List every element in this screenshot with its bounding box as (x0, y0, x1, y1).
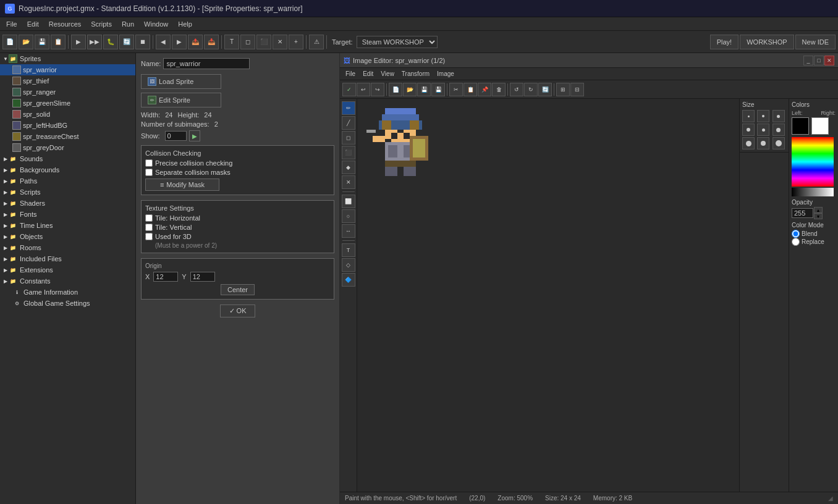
sidebar-group-objects[interactable]: ▶ 📁 Objects (0, 231, 135, 242)
play-button[interactable]: Play! (710, 35, 739, 49)
right-color-swatch[interactable] (811, 117, 829, 135)
menu-edit[interactable]: Edit (23, 19, 43, 29)
sidebar-group-rooms[interactable]: ▶ 📁 Rooms (0, 242, 135, 253)
menu-resources[interactable]: Resources (45, 19, 85, 29)
sidebar-group-shaders[interactable]: ▶ 📁 Shaders (0, 198, 135, 209)
color-gray-bar[interactable] (792, 188, 834, 196)
sidebar-item-spr-warrior[interactable]: spr_warrior (0, 64, 135, 75)
modify-mask-button[interactable]: ≡ Modify Mask (145, 178, 219, 191)
sidebar-group-backgrounds[interactable]: ▶ 📁 Backgrounds (0, 164, 135, 175)
ie-tool-select-rect[interactable]: ⬜ (342, 195, 355, 208)
size-md-2[interactable] (757, 124, 769, 136)
sidebar-item-spr-lefthud[interactable]: spr_leftHudBG (0, 120, 135, 131)
ie-tool-fill[interactable]: ⬛ (342, 146, 355, 159)
sidebar-item-spr-treasure[interactable]: spr_treasureChest (0, 131, 135, 142)
ie-tb-copy[interactable]: 📋 (463, 83, 477, 96)
ie-menu-transform[interactable]: Transform (399, 70, 433, 78)
toolbar-new[interactable]: 📄 (2, 35, 17, 49)
sidebar-group-scripts[interactable]: ▶ 📁 Scripts (0, 187, 135, 198)
toolbar-import[interactable]: 📥 (204, 35, 219, 49)
size-sm-2[interactable] (757, 110, 769, 122)
ie-menu-edit[interactable]: Edit (360, 70, 376, 78)
ie-tb-grid[interactable]: ⊞ (556, 83, 570, 96)
ie-menu-image[interactable]: Image (434, 70, 457, 78)
menu-scripts[interactable]: Scripts (87, 19, 116, 29)
toolbar-plus[interactable]: + (289, 35, 303, 49)
center-button[interactable]: Center (221, 284, 255, 295)
ie-tb-open[interactable]: 📂 (403, 83, 417, 96)
ie-maximize[interactable]: □ (814, 56, 824, 65)
ie-tool-flip-h[interactable]: ↔ (342, 224, 355, 238)
toolbar-clean[interactable]: 🔄 (119, 35, 134, 49)
ie-canvas[interactable] (357, 99, 739, 492)
ie-close[interactable]: ✕ (824, 56, 834, 65)
ie-tb-refresh[interactable]: ↺ (510, 83, 523, 96)
sidebar-group-extensions[interactable]: ▶ 📁 Extensions (0, 264, 135, 275)
used-3d-checkbox[interactable] (145, 233, 153, 240)
ok-button[interactable]: ✓ OK (220, 304, 256, 317)
ie-tb-new[interactable]: 📄 (389, 83, 402, 96)
size-lg-2[interactable] (757, 137, 769, 149)
ie-menu-view[interactable]: View (378, 70, 397, 78)
ie-tool-circle[interactable]: ○ (342, 209, 355, 223)
color-spectrum[interactable] (792, 137, 834, 187)
size-lg-3[interactable] (772, 137, 785, 149)
toolbar-warn[interactable]: ⚠ (309, 35, 324, 49)
ie-tb-undo[interactable]: ↩ (357, 83, 370, 96)
toolbar-fill[interactable]: ⬛ (256, 35, 271, 49)
sidebar-group-paths[interactable]: ▶ 📁 Paths (0, 175, 135, 187)
opacity-up[interactable]: ▲ (814, 207, 823, 213)
opacity-input[interactable] (792, 208, 813, 218)
sidebar-group-included-files[interactable]: ▶ 📁 Included Files (0, 253, 135, 264)
ie-tb-redo[interactable]: ↪ (371, 83, 384, 96)
toolbar-shape[interactable]: ◻ (240, 35, 255, 49)
toolbar-open[interactable]: 📂 (19, 35, 33, 49)
replace-radio[interactable] (792, 238, 800, 246)
sidebar-group-timelines[interactable]: ▶ 📁 Time Lines (0, 220, 135, 231)
ie-tb-refresh2[interactable]: ↻ (524, 83, 538, 96)
toolbar-export[interactable]: 📤 (188, 35, 203, 49)
show-input[interactable] (165, 131, 187, 141)
menu-help[interactable]: Help (174, 19, 196, 29)
size-lg-1[interactable] (742, 137, 755, 149)
toolbar-text[interactable]: T (224, 35, 239, 49)
sidebar-item-spr-greydoor[interactable]: spr_greyDoor (0, 142, 135, 153)
target-select[interactable]: Steam WORKSHOP (357, 36, 438, 48)
separate-masks-checkbox[interactable] (145, 169, 153, 176)
toolbar-stop[interactable]: ⏹ (135, 35, 150, 49)
sidebar-group-sounds[interactable]: ▶ 📁 Sounds (0, 153, 135, 164)
ie-tb-cut[interactable]: ✂ (449, 83, 463, 96)
show-arrow-btn[interactable]: ▶ (189, 130, 200, 141)
sidebar-item-spr-greenslime[interactable]: spr_greenSlime (0, 98, 135, 109)
sidebar-group-sprites[interactable]: ▼ 📁 Sprites (0, 53, 135, 64)
new-ide-button[interactable]: New IDE (795, 35, 836, 49)
sidebar-item-game-info[interactable]: ℹ Game Information (0, 287, 135, 298)
ie-tb-check[interactable]: ✓ (342, 83, 356, 96)
size-sm-3[interactable] (772, 110, 785, 122)
tile-horizontal-checkbox[interactable] (145, 214, 153, 222)
ie-tool-pencil[interactable]: ✏ (342, 101, 355, 115)
menu-run[interactable]: Run (118, 19, 138, 29)
toolbar-save[interactable]: 💾 (35, 35, 49, 49)
size-md-3[interactable] (772, 124, 785, 136)
menu-file[interactable]: File (2, 19, 21, 29)
sidebar-item-global-settings[interactable]: ⚙ Global Game Settings (0, 298, 135, 309)
ie-tool-eraser[interactable]: ◻ (342, 131, 355, 145)
size-md-1[interactable] (742, 124, 755, 136)
ie-tool-cross[interactable]: ✕ (342, 175, 355, 189)
ie-tb-grid2[interactable]: ⊟ (570, 83, 584, 96)
sidebar-item-spr-solid[interactable]: spr_solid (0, 109, 135, 120)
load-sprite-button[interactable]: 🖼 Load Sprite (141, 74, 221, 89)
sidebar-group-constants[interactable]: ▶ 📁 Constants (0, 275, 135, 287)
toolbar-run2[interactable]: ▶▶ (87, 35, 102, 49)
ie-tb-save[interactable]: 💾 (417, 83, 431, 96)
ie-tool-color-pick[interactable]: 🔷 (342, 273, 355, 287)
ie-menu-file[interactable]: File (342, 70, 358, 78)
sidebar-group-fonts[interactable]: ▶ 📁 Fonts (0, 209, 135, 220)
ie-tool-text[interactable]: T (342, 243, 355, 257)
sidebar-item-spr-thief[interactable]: spr_thief (0, 75, 135, 86)
ie-minimize[interactable]: _ (803, 56, 813, 65)
size-sm-1[interactable] (742, 110, 755, 122)
ie-tb-delete[interactable]: 🗑 (492, 83, 506, 96)
ie-tb-rotate[interactable]: 🔄 (538, 83, 552, 96)
